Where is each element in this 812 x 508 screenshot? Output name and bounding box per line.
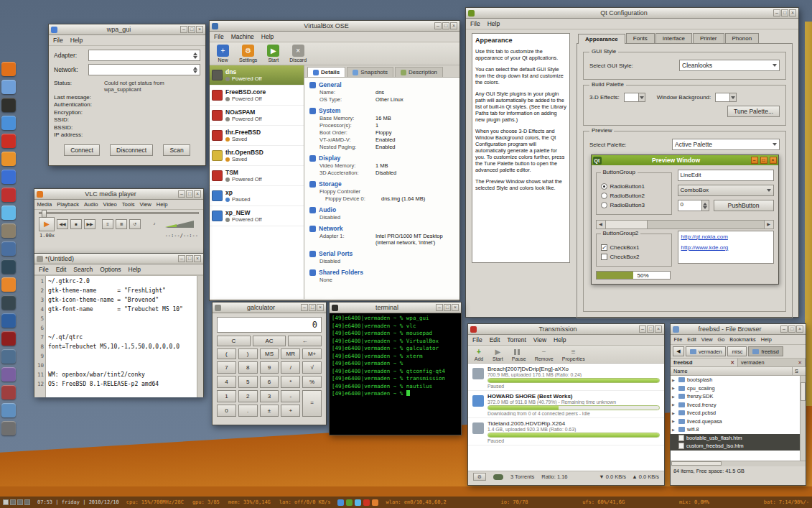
toolbar-button[interactable]: ▶ Start — [267, 45, 279, 63]
torrent-row[interactable]: Tideland.2005.HDVDRip.X264 1.4 GB, uploa… — [468, 418, 664, 445]
menu-item[interactable]: Help — [125, 264, 144, 274]
workspace-2[interactable] — [10, 499, 16, 505]
add-torrent-button[interactable]: +Add — [474, 347, 484, 361]
text-area[interactable]: ~/.gtkrc-2.0gtk-theme-name = "FreshLight… — [46, 276, 197, 397]
calc-button[interactable]: + — [281, 405, 300, 417]
tab-vermaden[interactable]: vermaden✕ — [738, 359, 806, 366]
maximize-icon[interactable]: □ — [760, 157, 767, 164]
previous-button[interactable]: ◀◀ — [57, 219, 68, 229]
menu-item[interactable]: Torrent — [503, 335, 529, 345]
toolbar-button[interactable]: ⚙ Settings — [239, 45, 257, 63]
preview-titlebar[interactable]: Qt Preview Window – □ × — [592, 155, 778, 165]
toolbar-button[interactable]: + New — [217, 45, 229, 63]
radio-button-2[interactable]: RadioButton2 — [601, 193, 667, 199]
file-browser-titlebar[interactable]: freebsd - File Browser –□× — [671, 324, 806, 335]
radio-button-1[interactable]: RadioButton1 — [601, 183, 667, 190]
menu-item[interactable]: Bookmarks — [727, 335, 759, 344]
pause-torrent-button[interactable]: Pause — [512, 347, 526, 361]
calc-button[interactable]: ± — [260, 405, 279, 417]
calc-button[interactable]: MR — [281, 348, 300, 359]
menu-item[interactable]: Video — [101, 200, 119, 209]
maximize-icon[interactable]: □ — [444, 304, 451, 311]
dock-launcher-icon[interactable] — [1, 205, 16, 220]
minimize-icon[interactable]: – — [180, 26, 187, 33]
dock-launcher-icon[interactable] — [1, 188, 16, 202]
expander-icon[interactable]: ▶ — [672, 394, 676, 399]
vlc-titlebar[interactable]: VLC media player –□× — [34, 189, 203, 200]
dock-launcher-icon[interactable] — [1, 277, 16, 292]
minimize-icon[interactable]: – — [178, 190, 185, 198]
tab-details[interactable]: Details — [307, 67, 345, 77]
effects-color-button[interactable] — [624, 93, 645, 102]
dock-launcher-icon[interactable] — [1, 313, 16, 328]
menu-item[interactable]: Edit — [52, 264, 70, 274]
name-column-header[interactable]: Name — [671, 367, 793, 375]
line-edit[interactable]: LineEdit — [678, 170, 774, 181]
maximize-icon[interactable]: □ — [309, 304, 316, 311]
menu-item[interactable]: View — [530, 335, 550, 345]
folder-row[interactable]: ▶ livecd.pcbsd — [671, 409, 806, 417]
calc-button[interactable]: 6 — [260, 376, 279, 388]
next-button[interactable]: ▶▶ — [84, 219, 95, 229]
dock-launcher-icon[interactable] — [1, 295, 16, 310]
menu-item[interactable]: Tools — [119, 200, 137, 209]
tab-printer[interactable]: Printer — [693, 33, 724, 43]
torrent-properties-button[interactable]: ≡Properties — [562, 347, 585, 361]
menu-item[interactable]: Help — [67, 35, 86, 45]
tab-appearance[interactable]: Appearance — [578, 34, 625, 44]
folder-row[interactable]: ▶ livecd.quepasa — [671, 417, 806, 426]
menu-item[interactable]: Machine — [228, 32, 258, 42]
minimize-icon[interactable]: – — [773, 9, 780, 17]
calc-button[interactable]: AC — [253, 336, 286, 346]
menu-item[interactable]: Playback — [55, 200, 82, 209]
calc-button[interactable]: C — [217, 336, 251, 346]
close-icon[interactable]: × — [452, 304, 459, 311]
tab-fonts[interactable]: Fonts — [626, 33, 655, 43]
vm-list-item[interactable]: thr.OpenBSD Saved — [210, 146, 304, 166]
link-qt-nokia[interactable]: http://qt.nokia.com — [681, 234, 770, 240]
close-icon[interactable]: × — [655, 325, 662, 333]
workspace-1[interactable] — [3, 499, 9, 505]
file-row[interactable]: bootable_usb_flash.htm — [671, 434, 806, 443]
tray-icon[interactable] — [346, 499, 353, 506]
expander-icon[interactable]: ▶ — [672, 386, 676, 390]
menu-item[interactable]: File — [671, 335, 685, 344]
workspace-4[interactable] — [24, 499, 30, 505]
calc-button[interactable]: 4 — [217, 376, 236, 388]
tray-icon[interactable] — [372, 499, 378, 506]
dock-launcher-icon[interactable] — [1, 385, 16, 400]
tab-description[interactable]: Description — [395, 67, 443, 77]
calc-button[interactable]: 9 — [260, 361, 279, 374]
size-column-header[interactable]: S — [793, 367, 806, 375]
minimize-icon[interactable]: – — [301, 304, 308, 311]
maximize-icon[interactable]: □ — [788, 325, 795, 333]
menu-item[interactable]: File — [210, 32, 228, 42]
dock-launcher-icon[interactable] — [1, 349, 16, 364]
close-icon[interactable]: × — [450, 22, 457, 29]
dock-launcher-icon[interactable] — [1, 116, 16, 130]
menu-item[interactable]: Help — [154, 200, 170, 209]
folder-row[interactable]: ▶ livecd.frenzy — [671, 401, 806, 410]
folder-row[interactable]: ▶ cpu_scaling — [671, 384, 806, 393]
calc-button[interactable]: . — [238, 405, 258, 417]
calc-button[interactable]: 3 — [260, 390, 279, 402]
workspace-3[interactable] — [17, 499, 23, 505]
dock-launcher-icon[interactable] — [1, 170, 16, 184]
calc-button[interactable]: 1 — [217, 390, 236, 402]
seek-handle[interactable] — [42, 210, 47, 218]
maximize-icon[interactable]: □ — [781, 9, 788, 17]
close-icon[interactable]: × — [796, 325, 803, 333]
menu-item[interactable]: View — [137, 200, 154, 209]
menu-item[interactable]: Edit — [685, 335, 699, 344]
close-icon[interactable]: × — [196, 26, 203, 33]
adapter-select[interactable] — [88, 50, 200, 61]
scroll-thumb[interactable] — [671, 461, 722, 466]
playback-rate[interactable]: 1.00x — [39, 233, 55, 239]
minimize-icon[interactable]: – — [178, 255, 185, 262]
spin-box[interactable]: 0 — [678, 200, 709, 211]
background-color-button[interactable] — [715, 93, 737, 102]
action-button[interactable]: Disconnect — [110, 144, 153, 156]
menu-item[interactable]: View — [699, 335, 715, 344]
editor-titlebar[interactable]: *(Untitled) –□× — [34, 254, 203, 264]
dock-launcher-icon[interactable] — [1, 98, 16, 112]
